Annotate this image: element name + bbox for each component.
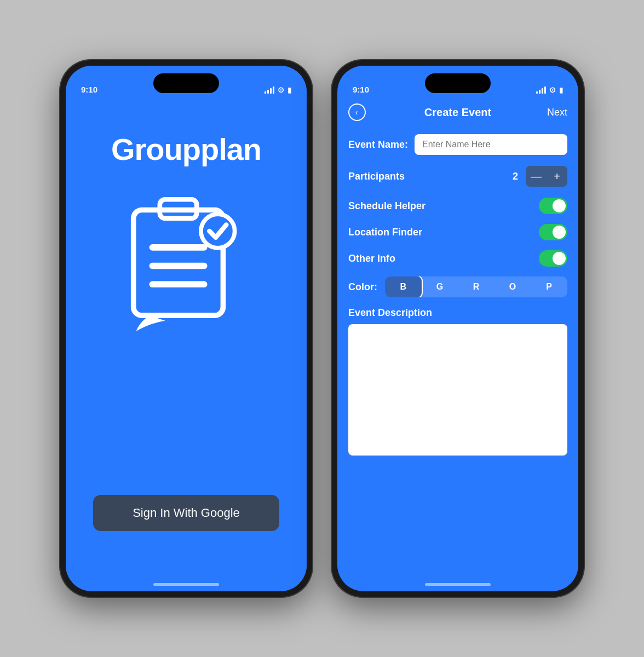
phone1-content: Groupplan	[66, 66, 307, 591]
schedule-helper-toggle[interactable]	[539, 198, 567, 214]
other-info-label: Other Info	[348, 253, 539, 264]
decrement-button[interactable]: —	[526, 166, 547, 187]
battery-icon-1: ▮	[288, 86, 291, 94]
toggle-knob-3	[553, 252, 566, 265]
participants-stepper: — +	[526, 166, 567, 187]
event-description-label: Event Description	[348, 307, 567, 319]
svg-rect-3	[150, 263, 208, 269]
participants-row: Participants 2 — +	[348, 166, 567, 187]
increment-button[interactable]: +	[547, 166, 567, 187]
participants-label: Participants	[348, 171, 513, 182]
dynamic-island-1	[153, 73, 219, 93]
home-indicator-2	[425, 583, 491, 586]
battery-icon-2: ▮	[559, 86, 563, 94]
event-description-section: Event Description	[348, 307, 567, 458]
participants-count: 2	[513, 171, 518, 182]
color-picker: B G R O P	[385, 276, 567, 297]
phones-container: 9:10 ⊙ ▮ Groupplan	[60, 60, 584, 597]
location-finder-row: Location Finder	[348, 224, 567, 240]
location-finder-label: Location Finder	[348, 227, 539, 238]
toggle-knob-1	[553, 199, 566, 212]
nav-bar: ‹ Create Event Next	[337, 99, 578, 126]
color-option-p[interactable]: P	[531, 276, 567, 297]
schedule-helper-row: Schedule Helper	[348, 198, 567, 214]
schedule-helper-label: Schedule Helper	[348, 200, 539, 212]
event-name-row: Event Name:	[348, 134, 567, 155]
other-info-toggle[interactable]	[539, 250, 567, 267]
clipboard-icon	[120, 189, 252, 331]
next-button[interactable]: Next	[547, 107, 567, 118]
status-icons-1: ⊙ ▮	[264, 85, 291, 94]
screen-2: 9:10 ⊙ ▮ ‹ Create Event	[337, 66, 578, 591]
color-option-o[interactable]: O	[495, 276, 531, 297]
wifi-icon-1: ⊙	[278, 85, 284, 94]
back-chevron-icon: ‹	[355, 108, 358, 117]
color-option-g[interactable]: G	[422, 276, 458, 297]
signal-icon-2	[536, 86, 546, 94]
back-button[interactable]: ‹	[348, 103, 366, 121]
toggle-knob-2	[553, 226, 566, 239]
event-name-label: Event Name:	[348, 139, 408, 151]
svg-rect-2	[150, 244, 208, 251]
svg-point-5	[201, 214, 235, 248]
color-row: Color: B G R O P	[348, 276, 567, 297]
clipboard-svg	[120, 189, 252, 331]
phone-2: 9:10 ⊙ ▮ ‹ Create Event	[332, 60, 584, 597]
location-finder-toggle[interactable]	[539, 224, 567, 240]
status-icons-2: ⊙ ▮	[536, 85, 563, 94]
event-name-input[interactable]	[415, 134, 567, 155]
wifi-icon-2: ⊙	[549, 85, 556, 94]
signal-icon-1	[264, 86, 274, 94]
phone-1: 9:10 ⊙ ▮ Groupplan	[60, 60, 312, 597]
event-description-textarea[interactable]	[348, 324, 567, 456]
color-option-b[interactable]: B	[385, 276, 422, 297]
color-label: Color:	[348, 281, 377, 293]
form-content: Event Name: Participants 2 — + Schedule …	[337, 129, 578, 591]
screen-1: 9:10 ⊙ ▮ Groupplan	[66, 66, 307, 591]
app-title: Groupplan	[111, 131, 261, 167]
sign-in-button[interactable]: Sign In With Google	[93, 495, 279, 531]
other-info-row: Other Info	[348, 250, 567, 267]
svg-rect-4	[150, 281, 208, 288]
home-indicator-1	[153, 583, 219, 586]
dynamic-island-2	[425, 73, 491, 93]
nav-title: Create Event	[424, 106, 491, 119]
color-option-r[interactable]: R	[458, 276, 495, 297]
